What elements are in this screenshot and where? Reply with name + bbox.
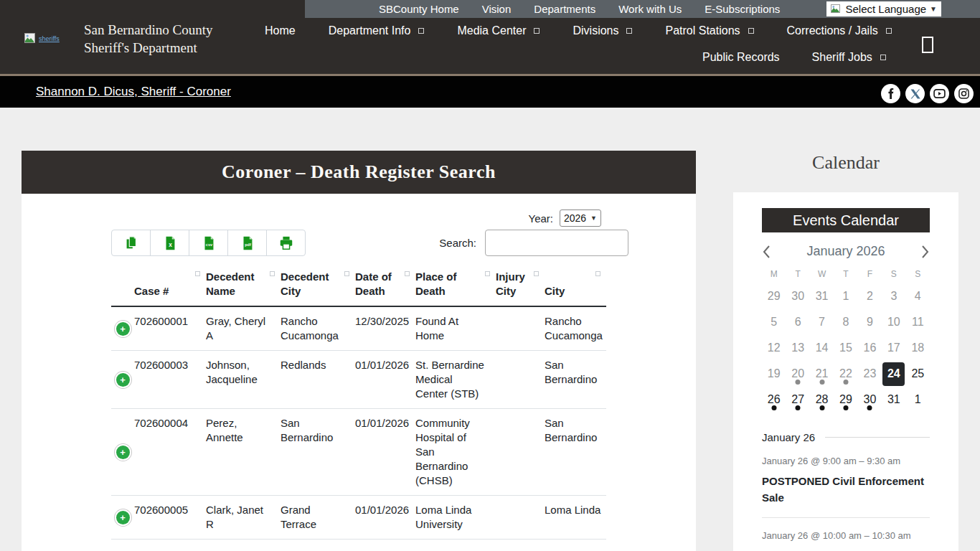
cell-decedent-city: San Bernardino [281,409,355,496]
social-icons [881,84,974,103]
expand-row-button[interactable]: + [116,511,130,524]
calendar-day-22[interactable]: 22 [834,361,857,387]
dropdown-indicator-icon [748,28,754,34]
events-items: January 26 @ 9:00 am – 9:30 amPOSTPONED … [762,456,930,551]
calendar-day-12[interactable]: 12 [762,335,786,361]
utility-link-sbcounty-home[interactable]: SBCounty Home [379,3,459,15]
search-icon[interactable] [922,37,933,53]
search-label: Search: [439,237,476,249]
breadcrumb-link[interactable]: Shannon D. Dicus, Sheriff - Coroner [36,85,231,99]
next-month-icon[interactable] [921,245,930,259]
calendar-day-13[interactable]: 13 [786,335,809,361]
calendar-day-29[interactable]: 29 [834,387,857,413]
nav-item-divisions[interactable]: Divisions [573,24,632,37]
csv-export-button[interactable]: csv [189,230,228,256]
table-row: +702600003Johnson, JacquelineRedlands01/… [111,351,606,409]
copy-export-button[interactable] [111,230,151,256]
column-header-decedent-name[interactable]: Decedent Name [206,264,281,306]
cell-decedent-name: Johnson, Jacqueline [206,351,281,409]
calendar-day-25[interactable]: 25 [906,361,930,387]
calendar-day-30[interactable]: 30 [786,283,809,309]
x-twitter-icon[interactable] [905,84,925,103]
nav-item-patrol-stations[interactable]: Patrol Stations [665,24,753,37]
instagram-icon[interactable] [954,84,974,103]
expand-row-button[interactable]: + [116,373,130,387]
calendar-day-27[interactable]: 27 [786,387,809,413]
utility-links: SBCounty HomeVisionDepartmentsWork with … [379,3,780,15]
sort-icon [344,271,349,276]
calendar-day-4[interactable]: 4 [906,283,930,309]
expand-row-button[interactable]: + [116,446,130,459]
calendar-day-20[interactable]: 20 [786,361,809,387]
cell-case-number: 702600005 [134,496,206,540]
row-control-cell: + [111,409,134,496]
youtube-icon[interactable] [930,84,949,103]
search-input[interactable] [485,230,628,256]
excel-export-button[interactable]: x [150,230,189,256]
column-header-city[interactable]: City [545,264,606,306]
pdf-export-button[interactable]: pdf [227,230,267,256]
nav-item-label: Public Records [702,51,780,64]
column-header-decedent-city[interactable]: Decedent City [281,264,355,306]
calendar-day-16[interactable]: 16 [858,335,882,361]
column-header-case[interactable]: Case # [134,264,206,306]
calendar-day-14[interactable]: 14 [810,335,834,361]
calendar-day-31[interactable]: 31 [810,283,834,309]
calendar-grid: 2930311234567891011121314151617181920212… [762,283,930,413]
facebook-icon[interactable] [881,84,900,103]
utility-link-departments[interactable]: Departments [534,3,595,15]
calendar-day-7[interactable]: 7 [810,309,834,335]
nav-item-home[interactable]: Home [265,24,296,37]
calendar-day-24[interactable]: 24 [882,361,905,387]
calendar-day-5[interactable]: 5 [762,309,786,335]
cell-city: San Bernardino [545,409,606,496]
event-title[interactable]: Civil Enforcement Sale [762,547,930,551]
calendar-day-23[interactable]: 23 [858,361,882,387]
print-export-button[interactable] [266,230,306,256]
expand-row-button[interactable]: + [116,322,130,336]
utility-link-e-subscriptions[interactable]: E-Subscriptions [705,3,780,15]
calendar-day-6[interactable]: 6 [786,309,809,335]
calendar-day-28[interactable]: 28 [810,387,834,413]
calendar-day-17[interactable]: 17 [882,335,905,361]
calendar-day-31[interactable]: 31 [882,387,905,413]
nav-item-sheriff-jobs[interactable]: Sheriff Jobs [812,51,886,64]
calendar-day-3[interactable]: 3 [882,283,905,309]
csv-icon: csv [201,235,217,251]
selected-day-tile: 24 [882,362,905,386]
sort-icon [195,271,200,276]
calendar-day-9[interactable]: 9 [858,309,882,335]
column-header-injury-city[interactable]: Injury City [496,264,545,306]
nav-item-corrections-jails[interactable]: Corrections / Jails [787,24,892,37]
calendar-day-1[interactable]: 1 [906,387,930,413]
calendar-day-30[interactable]: 30 [858,387,882,413]
calendar-day-11[interactable]: 11 [906,309,930,335]
event-title[interactable]: POSTPONED Civil Enforcement Sale [762,473,930,506]
calendar-day-21[interactable]: 21 [810,361,834,387]
table-row: +702600004Perez, AnnetteSan Bernardino01… [111,409,606,496]
cell-place-of-death: Loma Linda University [415,496,496,540]
calendar-day-8[interactable]: 8 [834,309,857,335]
nav-item-media-center[interactable]: Media Center [457,24,540,37]
site-logo[interactable]: sheriffs [24,33,60,44]
year-select[interactable]: 2026 ▼ [560,209,601,227]
calendar-day-29[interactable]: 29 [762,283,786,309]
calendar-day-26[interactable]: 26 [762,387,786,413]
language-selector[interactable]: Select Language ▼ [826,1,941,17]
utility-link-vision[interactable]: Vision [482,3,512,15]
column-header-date-of-death[interactable]: Date of Death [355,264,415,306]
calendar-day-18[interactable]: 18 [906,335,930,361]
utility-link-work-with-us[interactable]: Work with Us [618,3,682,15]
calendar-month-label: January 2026 [806,244,885,259]
event-dot [771,405,776,410]
calendar-day-19[interactable]: 19 [762,361,786,387]
calendar-day-15[interactable]: 15 [834,335,857,361]
calendar-day-1[interactable]: 1 [834,283,857,309]
calendar-day-2[interactable]: 2 [858,283,882,309]
divider [762,517,930,518]
nav-item-department-info[interactable]: Department Info [329,24,425,37]
calendar-day-10[interactable]: 10 [882,309,905,335]
nav-item-public-records[interactable]: Public Records [702,51,780,64]
column-header-place-of-death[interactable]: Place of Death [415,264,496,306]
prev-month-icon[interactable] [762,245,771,259]
